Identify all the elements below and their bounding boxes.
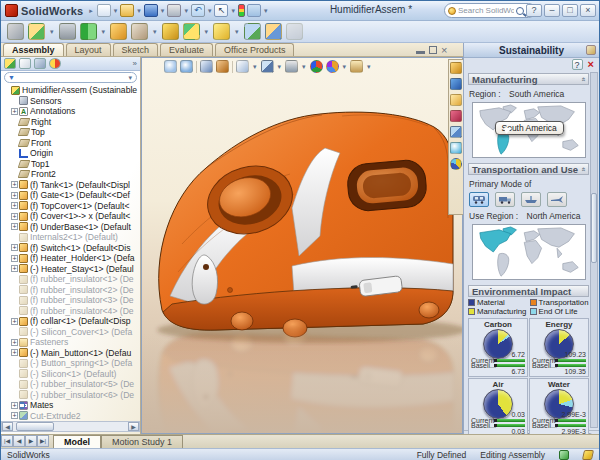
display-style-dropdown-icon[interactable]: ▾ bbox=[278, 63, 282, 71]
task-tab-sustainability-icon[interactable] bbox=[450, 158, 462, 170]
tree-item[interactable]: Front2 bbox=[3, 169, 140, 180]
expand-icon[interactable]: + bbox=[11, 339, 18, 346]
pane-options-icon[interactable] bbox=[586, 45, 596, 55]
tree-item[interactable]: (f) rubber_insulator<4> (De bbox=[3, 306, 140, 317]
section-view-icon[interactable] bbox=[216, 60, 229, 73]
pane-close-button[interactable]: × bbox=[588, 59, 594, 71]
tab-layout[interactable]: Layout bbox=[66, 43, 111, 56]
view-settings-icon[interactable] bbox=[350, 60, 363, 73]
view-orientation-icon[interactable] bbox=[236, 60, 249, 73]
new-motion-study-dropdown-icon[interactable]: ▾ bbox=[235, 28, 239, 36]
tree-item[interactable]: +(f) Heater_Holder<1> (Defa bbox=[3, 253, 140, 264]
manufacturing-section-header[interactable]: Manufacturing « bbox=[468, 73, 589, 85]
mate-dropdown-icon[interactable]: ▾ bbox=[50, 28, 54, 36]
australia[interactable] bbox=[562, 140, 577, 151]
save-dropdown-icon[interactable]: ▾ bbox=[161, 7, 165, 15]
sea[interactable] bbox=[557, 248, 562, 258]
tree-item[interactable]: (-) Silicon<1> (Default) bbox=[3, 369, 140, 380]
display-style-icon[interactable] bbox=[261, 60, 274, 73]
filter-dropdown-icon[interactable]: ▾ bbox=[128, 74, 132, 82]
pane-help-button[interactable]: ? bbox=[572, 59, 583, 70]
expand-icon[interactable]: + bbox=[11, 255, 18, 262]
zoom-fit-icon[interactable] bbox=[164, 60, 177, 73]
tab-office-products[interactable]: Office Products bbox=[215, 43, 294, 56]
use-region-value[interactable]: North America bbox=[527, 211, 581, 221]
tab-scroll-left-icon[interactable]: ◀ bbox=[13, 435, 25, 447]
europe[interactable] bbox=[524, 231, 539, 242]
show-hidden-components-dropdown-icon[interactable]: ▾ bbox=[153, 28, 157, 36]
tree-item[interactable]: +(-) Main_button<1> (Defau bbox=[3, 348, 140, 359]
manufacturing-region-map[interactable]: South America bbox=[472, 102, 586, 158]
hide-show-items-icon[interactable] bbox=[285, 60, 298, 73]
tree-filter-box[interactable]: ▼ ▾ bbox=[4, 72, 137, 83]
expand-icon[interactable]: + bbox=[11, 181, 18, 188]
pane-vertical-scrollbar[interactable] bbox=[590, 72, 598, 428]
configuration-manager-icon[interactable] bbox=[34, 58, 46, 69]
expand-icon[interactable]: + bbox=[11, 213, 18, 220]
tree-filter-input[interactable] bbox=[17, 73, 126, 82]
minimize-button[interactable]: – bbox=[544, 4, 560, 17]
help-button[interactable]: ? bbox=[526, 4, 542, 17]
scroll-left-icon[interactable]: ◀ bbox=[2, 422, 13, 431]
tree-item[interactable]: Internals2<1> (Default) bbox=[3, 232, 140, 243]
tree-item[interactable]: +(f) TopCover<1> (Default< bbox=[3, 201, 140, 212]
bill-of-materials-icon[interactable] bbox=[244, 23, 261, 40]
transport-mode-airplane-button[interactable] bbox=[547, 192, 567, 207]
europe[interactable] bbox=[524, 109, 539, 120]
undo-icon[interactable]: ↶ bbox=[191, 4, 205, 17]
view-orientation-dropdown-icon[interactable]: ▾ bbox=[253, 63, 257, 71]
tree-item[interactable]: +(f) Tank<1> (Default<Displ bbox=[3, 180, 140, 191]
tree-horizontal-scrollbar[interactable]: ◀ ▶ bbox=[1, 421, 140, 432]
tree-item[interactable]: +(f) Gate<1> (Default<<Def bbox=[3, 190, 140, 201]
collapse-icon[interactable]: « bbox=[578, 77, 587, 81]
exploded-view-icon[interactable] bbox=[265, 23, 282, 40]
region-value[interactable]: South America bbox=[509, 89, 564, 99]
model-tab-motion-study-1[interactable]: Motion Study 1 bbox=[101, 435, 183, 448]
tree-item[interactable]: Origin bbox=[3, 148, 140, 159]
search-icon[interactable] bbox=[516, 7, 524, 15]
scroll-right-icon[interactable]: ▶ bbox=[128, 422, 139, 431]
new-document-icon[interactable] bbox=[97, 4, 111, 17]
tree-item[interactable]: +(-) Heater_Stay<1> (Defaul bbox=[3, 264, 140, 275]
expand-icon[interactable]: + bbox=[11, 108, 18, 115]
print-dropdown-icon[interactable]: ▾ bbox=[184, 7, 188, 15]
tree-item[interactable]: Right bbox=[3, 117, 140, 128]
tree-item[interactable]: (f) rubber_insulator<3> (De bbox=[3, 295, 140, 306]
expand-icon[interactable]: + bbox=[11, 349, 18, 356]
hide-show-items-dropdown-icon[interactable]: ▾ bbox=[302, 63, 306, 71]
open-folder-icon[interactable] bbox=[120, 4, 134, 17]
reference-geometry-icon[interactable] bbox=[183, 23, 200, 40]
transportation-section-header[interactable]: Transportation and Use « bbox=[468, 163, 589, 175]
task-tab-appearances-scenes-icon[interactable] bbox=[450, 126, 462, 138]
tree-item[interactable]: HumidifierAssem (Sustainable bbox=[3, 85, 140, 96]
tab-evaluate[interactable]: Evaluate bbox=[160, 43, 213, 56]
options-dropdown-icon[interactable]: ▾ bbox=[264, 7, 268, 15]
task-tab-design-library-icon[interactable] bbox=[450, 78, 462, 90]
tab-scroll-right-icon[interactable]: ▶ bbox=[25, 435, 37, 447]
model-tab-model[interactable]: Model bbox=[53, 435, 101, 448]
humidifier-3d-model[interactable] bbox=[142, 58, 463, 434]
linear-component-pattern-icon[interactable] bbox=[59, 23, 76, 40]
rebuild-stoplight-icon[interactable] bbox=[238, 4, 245, 17]
new-document-dropdown-icon[interactable]: ▾ bbox=[114, 7, 118, 15]
task-tab-solidworks-resources-icon[interactable] bbox=[450, 62, 462, 74]
tab-assembly[interactable]: Assembly bbox=[3, 43, 64, 56]
tree-item[interactable]: (-) rubber_insulator<5> (De bbox=[3, 379, 140, 390]
tree-item[interactable]: (f) rubber_insulator<2> (De bbox=[3, 285, 140, 296]
australia[interactable] bbox=[562, 262, 577, 273]
select-arrow-icon[interactable]: ↖ bbox=[214, 4, 228, 17]
tree-item[interactable]: (-) Silicon_Cover<1> (Defa bbox=[3, 327, 140, 338]
scroll-thumb[interactable] bbox=[591, 193, 597, 263]
maximize-button[interactable]: □ bbox=[562, 4, 578, 17]
transport-mode-truck-button[interactable] bbox=[495, 192, 515, 207]
transport-mode-ship-button[interactable] bbox=[521, 192, 541, 207]
move-component-icon[interactable] bbox=[110, 23, 127, 40]
expand-icon[interactable]: + bbox=[11, 402, 18, 409]
task-tab-custom-properties-icon[interactable] bbox=[450, 142, 462, 154]
use-region-map[interactable] bbox=[472, 224, 586, 280]
transport-mode-train-button[interactable] bbox=[469, 192, 489, 207]
close-button[interactable]: × bbox=[580, 4, 596, 17]
view-settings-dropdown-icon[interactable]: ▾ bbox=[367, 63, 371, 71]
expand-icon[interactable]: + bbox=[11, 202, 18, 209]
expand-icon[interactable]: + bbox=[11, 318, 18, 325]
